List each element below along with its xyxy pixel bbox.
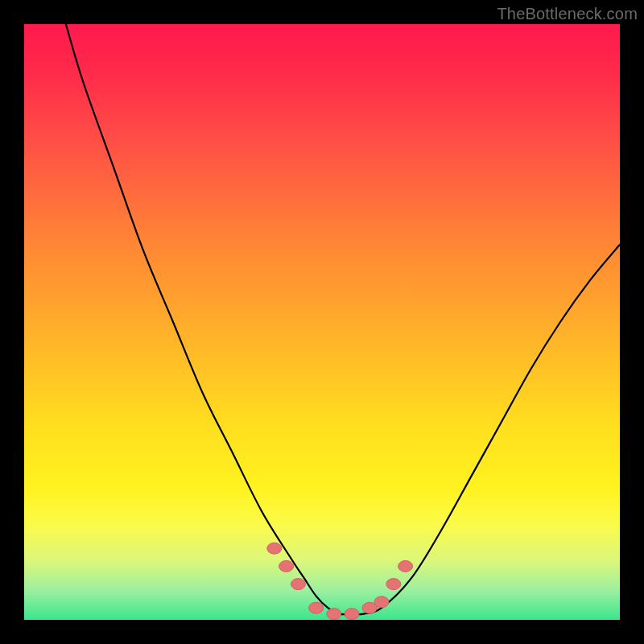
chart-frame: TheBottleneck.com <box>0 0 644 644</box>
marker-point <box>386 579 401 590</box>
curve-svg <box>24 24 620 620</box>
marker-point <box>291 579 305 590</box>
marker-point <box>267 543 282 554</box>
marker-point <box>279 560 294 572</box>
plot-area <box>24 24 620 620</box>
bottleneck-curve <box>66 24 620 614</box>
marker-point <box>309 602 324 613</box>
marker-point <box>327 609 341 620</box>
marker-point <box>345 609 359 620</box>
marker-point <box>398 560 413 572</box>
marker-point <box>374 597 389 608</box>
watermark-text: TheBottleneck.com <box>497 5 638 23</box>
